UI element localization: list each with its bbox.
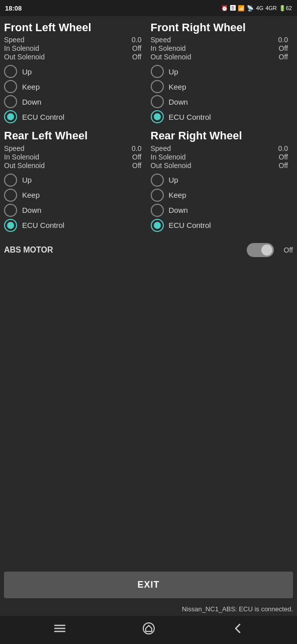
rear-right-radio-keep-label: Keep	[169, 191, 186, 199]
exit-button[interactable]: EXIT	[4, 572, 293, 598]
front-right-speed-label: Speed	[151, 36, 171, 44]
front-left-speed-row: Speed 0.0	[4, 36, 146, 44]
front-right-radio-keep[interactable]: Keep	[151, 80, 292, 93]
signal-icon: 📶	[238, 5, 245, 12]
front-right-radio-keep-circle	[151, 80, 164, 93]
wifi-icon: 📡	[247, 5, 254, 12]
front-left-wheel-section: Front Left Wheel Speed 0.0 In Solenoid O…	[2, 19, 149, 127]
rear-right-speed-row: Speed 0.0	[151, 144, 292, 152]
bottom-nav	[0, 616, 297, 644]
rear-left-radio-ecu-label: ECU Control	[22, 221, 64, 229]
rear-left-radio-ecu[interactable]: ECU Control	[4, 219, 146, 232]
hamburger-icon	[53, 621, 67, 635]
rear-right-radio-ecu-circle	[151, 219, 164, 232]
rear-right-radio-down-circle	[151, 204, 164, 217]
front-left-insolenoid-value: Off	[132, 44, 141, 52]
front-right-radio-down-circle	[151, 95, 164, 108]
svg-point-3	[143, 623, 154, 634]
front-right-radio-up-label: Up	[169, 67, 178, 76]
rear-right-radio-ecu-inner	[154, 222, 161, 229]
front-left-radio-down-circle	[4, 95, 17, 108]
front-left-radio-up-circle	[4, 65, 17, 78]
rear-left-radio-keep-circle	[4, 189, 17, 202]
front-left-radio-keep-circle	[4, 80, 17, 93]
front-right-radio-ecu[interactable]: ECU Control	[151, 110, 292, 123]
rear-right-radio-down-label: Down	[169, 206, 188, 214]
rear-left-wheel-section: Rear Left Wheel Speed 0.0 In Solenoid Of…	[2, 127, 149, 235]
rear-left-radio-down-circle	[4, 204, 17, 217]
front-left-radio-up[interactable]: Up	[4, 65, 146, 78]
front-right-insolenoid-row: In Solenoid Off	[151, 44, 292, 52]
front-left-radio-down[interactable]: Down	[4, 95, 146, 108]
front-left-radio-ecu-circle	[4, 110, 17, 123]
front-right-radio-ecu-circle	[151, 110, 164, 123]
front-left-radio-up-label: Up	[22, 67, 32, 76]
front-right-wheel-title: Front Right Wheel	[151, 21, 292, 34]
rear-right-outsolenoid-row: Out Solenoid Off	[151, 162, 292, 170]
front-right-radio-ecu-label: ECU Control	[169, 113, 211, 121]
front-right-speed-row: Speed 0.0	[151, 36, 292, 44]
rear-right-radio-up[interactable]: Up	[151, 174, 292, 187]
front-right-radio-ecu-inner	[154, 113, 161, 120]
rear-right-wheel-title: Rear Right Wheel	[151, 129, 292, 142]
nav-back-button[interactable]	[231, 621, 245, 638]
front-left-radio-keep-label: Keep	[22, 83, 40, 91]
front-left-insolenoid-row: In Solenoid Off	[4, 44, 146, 52]
front-left-radio-ecu-inner	[7, 113, 14, 120]
rear-left-wheel-title: Rear Left Wheel	[4, 129, 146, 142]
rear-left-radio-up[interactable]: Up	[4, 174, 146, 187]
network-4g: 4G	[256, 5, 263, 11]
rear-left-radio-down[interactable]: Down	[4, 204, 146, 217]
front-left-radio-down-label: Down	[22, 98, 41, 106]
wheels-grid: Front Left Wheel Speed 0.0 In Solenoid O…	[2, 19, 295, 236]
rear-left-radio-up-circle	[4, 174, 17, 187]
front-left-outsolenoid-row: Out Solenoid Off	[4, 53, 146, 61]
nav-home-button[interactable]	[142, 621, 156, 638]
nav-menu-button[interactable]	[53, 621, 67, 638]
rear-left-speed-row: Speed 0.0	[4, 144, 146, 152]
rear-right-radio-up-label: Up	[169, 176, 178, 184]
front-right-insolenoid-label: In Solenoid	[151, 44, 186, 52]
rear-right-outsolenoid-value: Off	[279, 162, 288, 170]
rear-left-radio-ecu-inner	[7, 222, 14, 229]
rear-right-wheel-section: Rear Right Wheel Speed 0.0 In Solenoid O…	[149, 127, 295, 235]
status-time: 18:08	[5, 5, 22, 12]
rear-right-radio-keep-circle	[151, 189, 164, 202]
status-bar: 18:08 ⏰ 🅱 📶 📡 4G 4GR 🔋62	[0, 0, 297, 16]
rear-right-radio-keep[interactable]: Keep	[151, 189, 292, 202]
rear-left-outsolenoid-row: Out Solenoid Off	[4, 162, 146, 170]
front-left-radio-keep[interactable]: Keep	[4, 80, 146, 93]
home-icon	[142, 621, 156, 635]
abs-motor-toggle[interactable]	[247, 243, 274, 257]
rear-right-radio-down[interactable]: Down	[151, 204, 292, 217]
rear-right-radio-ecu-label: ECU Control	[169, 221, 211, 229]
front-right-radio-up[interactable]: Up	[151, 65, 292, 78]
front-left-outsolenoid-label: Out Solenoid	[4, 53, 45, 61]
exit-button-container: EXIT	[0, 568, 297, 602]
rear-right-radio-ecu[interactable]: ECU Control	[151, 219, 292, 232]
rear-right-radio-up-circle	[151, 174, 164, 187]
rear-left-speed-label: Speed	[4, 144, 24, 152]
front-left-radio-ecu[interactable]: ECU Control	[4, 110, 146, 123]
rear-left-insolenoid-value: Off	[132, 153, 141, 161]
main-content: Front Left Wheel Speed 0.0 In Solenoid O…	[0, 16, 297, 568]
rear-left-radio-group: Up Keep Down ECU Control	[4, 174, 146, 232]
front-left-outsolenoid-value: Off	[132, 53, 141, 61]
abs-motor-row: ABS MOTOR Off	[2, 236, 295, 262]
battery-icon: 🔋62	[279, 5, 292, 12]
front-right-radio-up-circle	[151, 65, 164, 78]
rear-left-radio-ecu-circle	[4, 219, 17, 232]
rear-right-insolenoid-row: In Solenoid Off	[151, 153, 292, 161]
rear-left-outsolenoid-value: Off	[132, 162, 141, 170]
front-right-insolenoid-value: Off	[279, 44, 288, 52]
front-right-radio-group: Up Keep Down ECU Control	[151, 65, 292, 123]
front-right-radio-down[interactable]: Down	[151, 95, 292, 108]
front-right-radio-down-label: Down	[169, 98, 188, 106]
rear-right-radio-group: Up Keep Down ECU Control	[151, 174, 292, 232]
front-right-wheel-section: Front Right Wheel Speed 0.0 In Solenoid …	[149, 19, 295, 127]
rear-right-insolenoid-label: In Solenoid	[151, 153, 186, 161]
status-icons: ⏰ 🅱 📶 📡 4G 4GR 🔋62	[221, 5, 292, 12]
front-right-radio-keep-label: Keep	[169, 83, 186, 91]
front-left-radio-group: Up Keep Down ECU Control	[4, 65, 146, 123]
rear-left-radio-keep[interactable]: Keep	[4, 189, 146, 202]
